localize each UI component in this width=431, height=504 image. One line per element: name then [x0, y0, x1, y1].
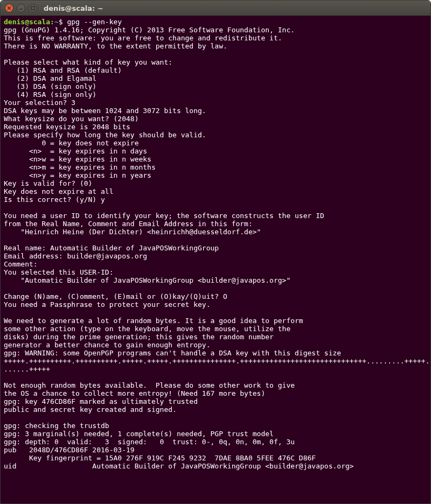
output-line: You need a user ID to identify your key;…	[4, 212, 324, 220]
output-line: <n>w = key expires in n weeks	[4, 155, 151, 163]
terminal-window: denis@scala: ~ denis@scala:~$ gpg --gen-…	[0, 0, 431, 504]
output-line: DSA keys may be between 1024 and 3072 bi…	[4, 107, 206, 115]
output-line: What keysize do you want? (2048)	[4, 115, 138, 123]
titlebar[interactable]: denis@scala: ~	[1, 1, 430, 16]
prompt-userhost: denis@scala	[4, 18, 50, 26]
output-line: public and secret key created and signed…	[4, 405, 177, 414]
output-line: Key does not expire at all	[4, 187, 114, 195]
output-line: You need a Passphrase to protect your se…	[4, 300, 211, 309]
output-line: from the Real Name, Comment and Email Ad…	[4, 220, 253, 228]
output-line: Real name: Automatic Builder of JavaPOSW…	[4, 244, 219, 252]
output-line: We need to generate a lot of random byte…	[4, 317, 303, 325]
output-line: There is NO WARRANTY, to the extent perm…	[4, 42, 227, 50]
output-line: Your selection? 3	[4, 99, 75, 107]
output-line: gpg: 3 marginal(s) needed, 1 complete(s)…	[4, 430, 274, 438]
output-line: <n>m = key expires in n months	[4, 163, 156, 171]
output-line: (4) RSA (sign only)	[4, 90, 96, 99]
output-line: Is this correct? (y/N) y	[4, 195, 105, 204]
output-line: disks) during the prime generation; this…	[4, 333, 274, 341]
output-line: 0 = key does not expire	[4, 139, 138, 147]
output-line: Change (N)ame, (C)omment, (E)mail or (O)…	[4, 292, 227, 300]
output-line: Email address: builder@javapos.org	[4, 252, 147, 260]
output-line: (3) DSA (sign only)	[4, 82, 96, 90]
output-line: gpg (GnuPG) 1.4.16; Copyright (C) 2013 F…	[4, 26, 295, 34]
output-line: <n>y = key expires in n years	[4, 171, 151, 179]
output-line: Key is valid for? (0)	[4, 179, 92, 187]
output-line: Please specify how long the key should b…	[4, 131, 206, 139]
output-line: Requested keysize is 2048 bits	[4, 123, 130, 131]
output-line: ......+++++	[4, 365, 50, 373]
output-line: This is free software: you are free to c…	[4, 34, 282, 42]
output-line: gpg: key 476CD86F marked as ultimately t…	[4, 397, 198, 405]
output-line: gpg: WARNING: some OpenPGP programs can'…	[4, 349, 341, 357]
output-line: "Heinrich Heine (Der Dichter) <heinrichh…	[4, 228, 261, 236]
prompt-line: denis@scala:~$ gpg --gen-key	[4, 18, 122, 26]
prompt-path: ~	[54, 18, 59, 26]
output-line: gpg: checking the trustdb	[4, 422, 109, 430]
minimize-icon[interactable]	[17, 4, 25, 12]
terminal-body[interactable]: denis@scala:~$ gpg --gen-key gpg (GnuPG)…	[1, 16, 430, 503]
output-line: <n> = key expires in n days	[4, 147, 147, 155]
output-line: the OS a chance to collect more entropy!…	[4, 389, 265, 397]
output-line: Please select what kind of key you want:	[4, 58, 172, 66]
output-line: You selected this USER-ID:	[4, 268, 114, 276]
command-text: gpg --gen-key	[67, 18, 122, 26]
output-line: generator a better chance to gain enough…	[4, 341, 211, 349]
output-line: gpg: depth: 0 valid: 3 signed: 0 trust: …	[4, 438, 295, 446]
window-title: denis@scala: ~	[44, 4, 103, 12]
output-line: +++++.++++++++++.++++++++++.+++++.+++++.…	[4, 357, 430, 365]
output-line: (2) DSA and Elgamal	[4, 74, 96, 82]
svg-rect-3	[31, 6, 34, 10]
output-line: Comment:	[4, 260, 38, 268]
maximize-icon[interactable]	[29, 4, 37, 12]
output-line: Not enough random bytes available. Pleas…	[4, 381, 295, 389]
output-line: pub 2048D/476CD86F 2016-03-19	[4, 446, 135, 454]
output-line: uid Automatic Builder of JavaPOSWorkingG…	[4, 462, 354, 470]
output-line: "Automatic Builder of JavaPOSWorkingGrou…	[4, 276, 290, 284]
output-line: some other action (type on the keyboard,…	[4, 325, 290, 333]
close-icon[interactable]	[5, 4, 13, 12]
output-line: Key fingerprint = 15A0 276F 919C F245 92…	[4, 454, 316, 462]
output-line: (1) RSA and RSA (default)	[4, 66, 122, 74]
